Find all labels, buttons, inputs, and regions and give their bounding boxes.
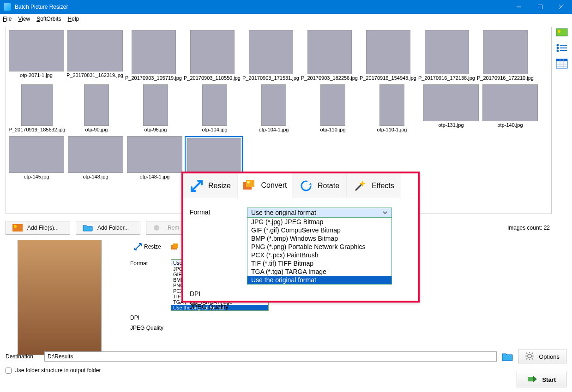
preview-image [18,240,102,355]
svg-rect-4 [556,29,567,36]
svg-point-20 [154,225,159,231]
images-count-label: Images count: 22 [507,225,550,231]
destination-row: Destination Options [6,350,566,362]
convert-icon [242,178,256,192]
thumb-item[interactable]: otp-110-1.jpg [363,84,421,132]
svg-rect-24 [246,180,254,187]
svg-point-26 [301,181,311,190]
resize-icon [190,179,204,193]
chevron-down-icon [382,210,388,215]
dpi-label-small: DPI [130,314,167,321]
svg-point-6 [557,45,559,46]
thumb-item[interactable]: otp-148.jpg [66,136,125,179]
svg-line-32 [526,353,527,354]
destination-input[interactable] [44,351,497,362]
menubar: File View SoftOrbits Help [0,14,572,24]
view-mode-toolbar [554,27,569,69]
tab-convert[interactable]: Convert [238,173,292,198]
svg-point-5 [558,30,560,33]
menu-view[interactable]: View [18,16,30,22]
thumb-item[interactable]: otp-104.jpg [186,84,244,132]
tab-resize[interactable]: Resize [183,173,238,198]
menu-softorbits[interactable]: SoftOrbits [36,16,61,22]
thumb-item[interactable]: P_20170903_110550.jpg [183,30,241,81]
format-label: Format [190,208,238,216]
folder-structure-checkbox[interactable]: Use folder structure in output folder [6,367,101,374]
format-label-small: Format [130,259,167,267]
thumb-item[interactable]: P_20170919_185632.jpg [7,84,66,132]
view-details-icon[interactable] [555,58,568,69]
window-title: Batch Picture Resizer [15,4,508,10]
tab-effects[interactable]: Effects [347,173,401,198]
jpeg-label-small: JPEG Quality [130,324,167,331]
thumb-item[interactable]: otp-2071-1.jpg [7,30,65,81]
format-option[interactable]: JPG (*.jpg) JPEG Bitmap [247,218,391,226]
tab-rotate[interactable]: Rotate [292,173,347,198]
destination-label: Destination [6,353,40,360]
thumb-item[interactable]: P_20170831_162319.jpg [66,30,124,81]
thumb-item[interactable]: P_20170903_171531.jpg [242,30,300,81]
start-button[interactable]: Start [517,372,566,387]
svg-rect-18 [12,224,23,232]
thumb-item[interactable]: otp-96.jpg [126,84,185,132]
window-controls [508,0,572,14]
format-options-list: JPG (*.jpg) JPEG Bitmap GIF (*.gif) Comp… [247,217,391,284]
svg-point-19 [14,225,17,228]
thumb-item[interactable]: otp-131.jpg [422,84,480,132]
start-icon [527,375,537,385]
svg-point-25 [247,181,250,184]
svg-point-27 [528,354,531,358]
thumb-item[interactable]: otp-104-1.jpg [245,84,303,132]
minimize-button[interactable] [508,0,530,14]
svg-rect-36 [528,377,533,381]
effects-icon [353,179,367,193]
tab-resize-small[interactable]: Resize [129,240,166,254]
view-thumbnails-icon[interactable] [555,27,568,38]
svg-rect-1 [538,5,542,9]
svg-rect-22 [173,244,178,248]
svg-rect-13 [556,59,567,61]
format-option[interactable]: PCX (*.pcx) PaintBrush [247,251,391,259]
convert-icon [170,243,179,251]
thumb-item[interactable]: P_20170916_172138.jpg [418,30,476,81]
menu-file[interactable]: File [3,16,12,22]
format-option[interactable]: TGA (*.tga) TARGA Image [247,267,391,276]
titlebar: Batch Picture Resizer [0,0,572,14]
format-option[interactable]: BMP (*.bmp) Windows Bitmap [247,234,391,243]
remove-button[interactable]: Rem [146,221,186,235]
add-files-button[interactable]: Add File(s)... [6,221,70,235]
add-folder-button[interactable]: Add Folder... [76,221,140,235]
svg-point-8 [557,48,559,49]
format-option[interactable]: PNG (*.png) Portable Network Graphics [247,243,391,251]
svg-point-10 [557,50,559,52]
thumb-item[interactable]: P_20170903_182256.jpg [301,30,358,81]
thumb-item[interactable]: P_20170916_172210.jpg [476,30,534,81]
browse-folder-button[interactable] [501,351,513,362]
format-option[interactable]: GIF (*.gif) CompuServe Bitmap [247,226,391,234]
dpi-label: DPI [190,289,238,297]
format-option-selected[interactable]: Use the original format [247,276,391,284]
folder-structure-input[interactable] [6,368,12,374]
rotate-icon [299,179,313,193]
resize-icon [134,243,142,251]
thumb-item[interactable]: otp-90.jpg [67,84,126,132]
gear-icon [525,351,534,362]
tab-convert-small[interactable] [166,240,183,254]
menu-help[interactable]: Help [68,16,79,22]
svg-line-33 [532,358,533,359]
thumb-item[interactable]: otp-140.jpg [481,84,539,132]
close-button[interactable] [551,0,572,14]
thumb-item[interactable]: P_20170916_154943.jpg [359,30,417,81]
view-list-icon[interactable] [555,42,568,53]
thumb-item[interactable]: P_20170903_105719.jpg [125,30,182,81]
thumb-item[interactable]: otp-145.jpg [7,136,66,179]
svg-line-34 [532,353,533,354]
maximize-button[interactable] [530,0,551,14]
add-file-icon [12,224,23,232]
thumb-item[interactable]: otp-110.jpg [304,84,362,132]
options-button[interactable]: Options [518,350,566,363]
format-combo[interactable]: Use the original format JPG (*.jpg) JPEG… [247,208,392,285]
format-option[interactable]: TIF (*.tif) TIFF Bitmap [247,259,391,267]
jpeg-quality-label: JPEG Quality [190,302,238,310]
thumb-item[interactable]: otp-148-1.jpg [126,136,184,179]
